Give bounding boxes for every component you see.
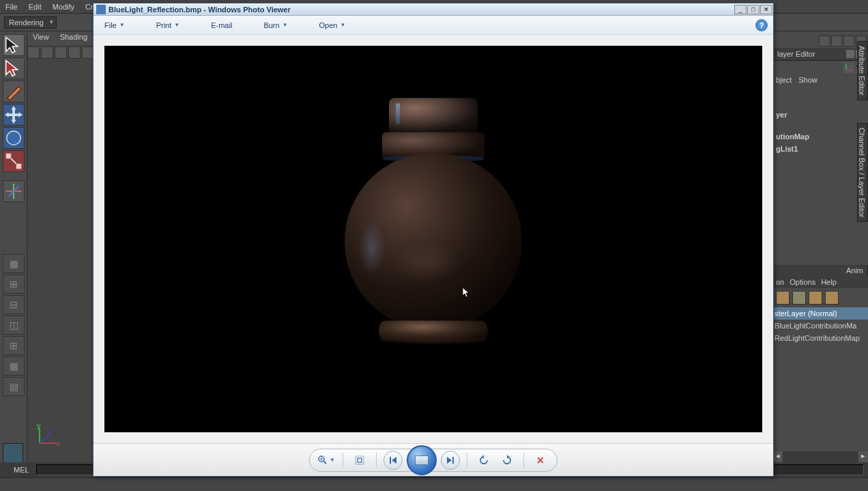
pv-menu-email[interactable]: E-mail (205, 18, 237, 32)
photo-viewer-window: BlueLight_Reflection.bmp - Windows Photo… (93, 3, 774, 477)
tab-view[interactable]: View (27, 31, 55, 45)
panel-icon-3[interactable] (843, 36, 854, 46)
pv-window-title: BlueLight_Reflection.bmp - Windows Photo… (108, 5, 734, 14)
layout-two-v[interactable]: ◫ (3, 315, 25, 335)
svg-line-10 (40, 436, 48, 443)
rotate-tool[interactable] (3, 127, 25, 149)
manip-tool[interactable] (3, 180, 25, 202)
view-icon-4[interactable] (68, 46, 81, 59)
minimize-button[interactable]: _ (734, 5, 747, 14)
layer-editor-title: layer Editor (773, 48, 868, 61)
channel-box-tab[interactable]: Channel Box / Layer Editor (857, 123, 868, 222)
layer-icon-2[interactable] (792, 291, 806, 305)
attribute-editor-tab[interactable]: Attribute Editor (857, 41, 868, 100)
tab-on[interactable]: on (776, 278, 784, 286)
select-tool[interactable] (3, 34, 25, 56)
pv-app-icon (96, 5, 106, 14)
layer-icon-1[interactable] (776, 291, 790, 305)
maya-menu-modify[interactable]: Modify (47, 3, 80, 11)
layout-persp[interactable]: ▦ (3, 356, 25, 376)
maya-menu-edit[interactable]: Edit (23, 3, 47, 11)
previous-button[interactable] (384, 451, 403, 470)
layout-two-h[interactable]: ⊟ (3, 295, 25, 314)
panel-icon-1[interactable] (819, 36, 830, 46)
workspace-dropdown[interactable]: Rendering (4, 16, 57, 29)
show-menu[interactable]: Show (798, 76, 818, 84)
rendered-vase-image (345, 98, 522, 341)
maximize-button[interactable]: □ (747, 5, 760, 14)
svg-rect-2 (5, 154, 11, 159)
lasso-tool[interactable] (3, 57, 25, 79)
zoom-button[interactable]: ▼ (317, 451, 336, 470)
panel-icon-2[interactable] (831, 36, 842, 46)
pv-content-area (93, 35, 773, 443)
layout-four[interactable]: ⊞ (3, 275, 25, 294)
svg-line-16 (846, 67, 850, 70)
close-button[interactable]: ✕ (760, 5, 772, 14)
pv-menubar: File▼ Print▼ E-mail Burn▼ Open▼ ? (93, 16, 773, 35)
maya-view-tabs: View Shading (27, 31, 96, 45)
render-layer-list: sterLayer (Normal) BlueLightContribution… (773, 307, 868, 344)
help-button[interactable]: ? (755, 19, 768, 31)
render-layer-item[interactable]: sterLayer (Normal) (773, 307, 868, 320)
delete-button[interactable]: ✕ (531, 451, 550, 470)
render-layer-item[interactable]: BlueLightContributionMa (773, 320, 868, 332)
pv-titlebar[interactable]: BlueLight_Reflection.bmp - Windows Photo… (93, 3, 773, 16)
next-button[interactable] (441, 451, 460, 470)
slideshow-button[interactable] (407, 445, 437, 475)
pv-image-viewport[interactable] (104, 46, 762, 432)
pv-controls-pill: ▼ ✕ (309, 449, 558, 472)
move-tool[interactable] (3, 104, 25, 126)
scale-tool[interactable] (3, 150, 25, 172)
layer-icon-4[interactable] (825, 291, 839, 305)
view-icon-2[interactable] (41, 46, 53, 59)
object-menu[interactable]: bject (776, 76, 792, 84)
outliner-item[interactable]: utionMap (775, 130, 867, 143)
svg-text:y: y (37, 423, 41, 430)
layout-single[interactable]: ▦ (3, 254, 25, 273)
scroll-right-icon[interactable]: ▸ (858, 451, 868, 462)
outliner-item[interactable]: gList1 (775, 143, 867, 155)
svg-line-4 (11, 158, 16, 164)
svg-rect-22 (358, 458, 362, 462)
paint-tool[interactable] (3, 81, 25, 102)
layout-outliner[interactable]: ▤ (3, 377, 25, 396)
svg-rect-3 (16, 164, 21, 169)
panel-min-icon[interactable] (846, 50, 854, 58)
chevron-down-icon: ▼ (330, 457, 335, 463)
tab-anim[interactable]: Anim (842, 265, 868, 276)
menu-options[interactable]: Options (790, 278, 815, 286)
chevron-down-icon: ▼ (283, 22, 288, 28)
maya-menu-file[interactable]: File (0, 3, 23, 11)
layout-three[interactable]: ⊞ (3, 336, 25, 355)
chevron-down-icon: ▼ (174, 22, 179, 28)
maya-layout-icons: ▦ ⊞ ⊟ ◫ ⊞ ▦ ▤ (1, 253, 26, 397)
svg-rect-21 (356, 456, 364, 464)
menu-help[interactable]: Help (821, 278, 837, 286)
axis-icon[interactable] (843, 62, 854, 73)
pv-menu-file[interactable]: File▼ (99, 18, 130, 32)
scroll-left-icon[interactable]: ◂ (773, 451, 783, 462)
mel-label: MEL (0, 466, 36, 474)
view-icon-3[interactable] (55, 46, 67, 59)
pv-menu-burn[interactable]: Burn▼ (258, 18, 293, 32)
maya-logo-icon (3, 443, 23, 464)
view-icon-1[interactable] (27, 46, 40, 59)
rotate-ccw-button[interactable] (474, 451, 493, 470)
outliner-item[interactable]: yer (775, 109, 867, 121)
maya-status-bar (0, 477, 868, 491)
pv-menu-open[interactable]: Open▼ (314, 18, 351, 32)
chevron-down-icon: ▼ (119, 22, 125, 28)
rotate-cw-button[interactable] (497, 451, 517, 470)
chevron-down-icon: ▼ (340, 22, 345, 28)
pv-menu-print[interactable]: Print▼ (151, 18, 186, 32)
fit-button[interactable] (350, 451, 369, 470)
layer-icon-row (773, 288, 868, 307)
svg-text:z: z (48, 428, 52, 436)
render-layer-item[interactable]: RedLightContributionMap (773, 332, 868, 344)
pv-toolbar: ▼ ✕ (93, 443, 773, 476)
tab-shading[interactable]: Shading (55, 31, 93, 45)
layer-icon-3[interactable] (809, 291, 822, 305)
layer-tabs: Anim (773, 265, 868, 276)
slideshow-icon (415, 455, 429, 465)
